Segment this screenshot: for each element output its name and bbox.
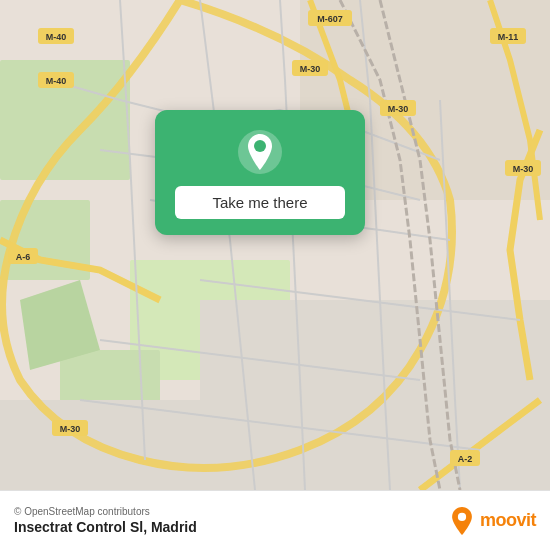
svg-text:M-11: M-11: [498, 32, 519, 42]
svg-point-30: [254, 140, 266, 152]
location-name: Insectrat Control Sl, Madrid: [14, 519, 197, 535]
moovit-text: moovit: [480, 510, 536, 531]
osm-credit: © OpenStreetMap contributors: [14, 506, 197, 517]
bottom-left-info: © OpenStreetMap contributors Insectrat C…: [14, 506, 197, 535]
svg-text:M-30: M-30: [60, 424, 81, 434]
map-background: M-40 M-40 M-607 M-30 M-30 M-30 M-11 A-6 …: [0, 0, 550, 490]
location-pin-icon: [236, 128, 284, 176]
svg-text:A-2: A-2: [458, 454, 473, 464]
moovit-logo[interactable]: moovit: [448, 507, 536, 535]
svg-text:M-40: M-40: [46, 76, 67, 86]
svg-text:M-607: M-607: [317, 14, 343, 24]
location-card: Take me there: [155, 110, 365, 235]
svg-text:A-6: A-6: [16, 252, 31, 262]
svg-text:M-40: M-40: [46, 32, 67, 42]
map-container: M-40 M-40 M-607 M-30 M-30 M-30 M-11 A-6 …: [0, 0, 550, 490]
svg-text:M-30: M-30: [513, 164, 534, 174]
bottom-bar: © OpenStreetMap contributors Insectrat C…: [0, 490, 550, 550]
svg-text:M-30: M-30: [300, 64, 321, 74]
moovit-pin-icon: [448, 507, 476, 535]
take-me-there-button[interactable]: Take me there: [175, 186, 345, 219]
svg-point-31: [458, 512, 466, 520]
svg-text:M-30: M-30: [388, 104, 409, 114]
